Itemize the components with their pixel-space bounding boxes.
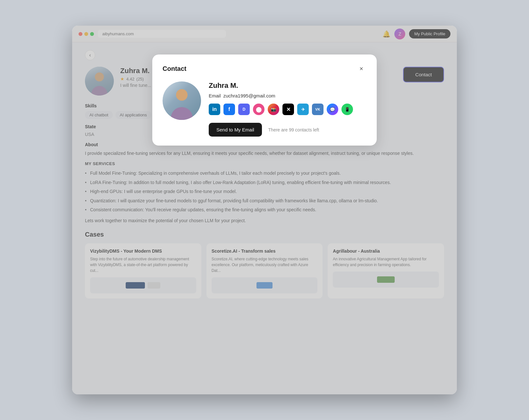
social-icons: in f D ⬤ 📸 ✕ ✈ VK 💬 📱 <box>209 104 366 115</box>
browser-window: aibyhumans.com 🔔 Z My Public Profile ‹ Z… <box>72 26 457 394</box>
instagram-icon[interactable]: 📸 <box>268 104 279 115</box>
twitter-x-icon[interactable]: ✕ <box>282 104 294 115</box>
vk-icon[interactable]: VK <box>312 104 323 115</box>
modal-close-button[interactable]: × <box>356 63 366 74</box>
telegram-icon[interactable]: ✈ <box>297 104 309 115</box>
send-to-email-button[interactable]: Send to My Email <box>209 123 262 137</box>
dribbble-icon[interactable]: ⬤ <box>253 104 264 115</box>
modal-title: Contact <box>163 65 186 72</box>
modal-header: Contact × <box>163 63 366 74</box>
discord-icon[interactable]: D <box>238 104 250 115</box>
modal-profile-name: Zuhra M. <box>209 81 366 90</box>
modal-email-row: Email zuchra1995@gmail.com <box>209 93 366 98</box>
facebook-icon[interactable]: f <box>223 104 235 115</box>
email-label: Email <box>209 93 221 98</box>
modal-avatar <box>163 81 201 120</box>
messenger-icon[interactable]: 💬 <box>327 104 338 115</box>
modal-info: Zuhra M. Email zuchra1995@gmail.com in f… <box>209 81 366 137</box>
contacts-left-text: There are 99 contacts left <box>268 127 319 132</box>
linkedin-icon[interactable]: in <box>209 104 220 115</box>
whatsapp-icon[interactable]: 📱 <box>341 104 353 115</box>
contact-modal: Contact × Zuhra M. Email zuchra1995@gmai… <box>152 55 377 146</box>
modal-body: Zuhra M. Email zuchra1995@gmail.com in f… <box>163 81 366 137</box>
modal-actions: Send to My Email There are 99 contacts l… <box>209 123 366 137</box>
email-value: zuchra1995@gmail.com <box>223 93 275 98</box>
